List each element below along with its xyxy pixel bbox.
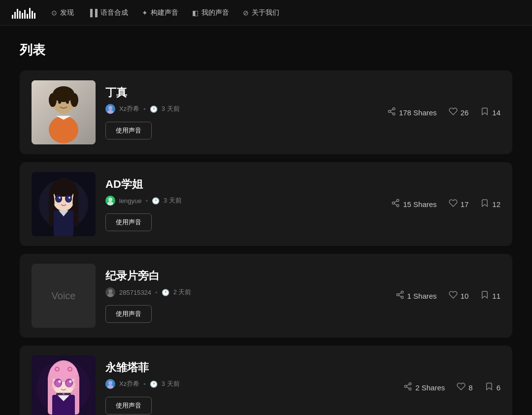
bookmark-icon-ad (480, 199, 489, 209)
share-icon-yonghui (403, 382, 412, 393)
nav-item-my-voice[interactable]: ◧ 我的声音 (192, 8, 229, 17)
shares-stat-ad: 15 Shares (391, 199, 436, 209)
author-name-yonghui: Xz乔希 (119, 380, 139, 388)
svg-point-59 (69, 380, 72, 383)
svg-point-29 (108, 198, 112, 202)
svg-point-65 (108, 381, 112, 385)
svg-point-11 (388, 110, 391, 113)
nav-item-voice-synthesis[interactable]: ▐▐ 语音合成 (88, 8, 128, 17)
logo[interactable] (12, 7, 35, 19)
card-stats-yonghui: 2 Shares 8 6 (403, 382, 500, 393)
use-voice-button-ad[interactable]: 使用声音 (105, 213, 152, 231)
shares-stat-documentary: 1 Shares (396, 290, 437, 301)
svg-point-36 (108, 289, 112, 293)
likes-count-dingzhen: 26 (461, 108, 469, 117)
heart-icon-dingzhen (449, 107, 458, 118)
likes-stat-dingzhen: 26 (449, 107, 469, 118)
card-dingzhen: 丁真 Xz乔希 • 🕐 3 天前 使用声音 178 S (20, 70, 512, 154)
likes-count-ad: 17 (461, 200, 469, 208)
card-name-dingzhen: 丁真 (105, 85, 377, 100)
separator4: • (143, 380, 146, 388)
svg-point-30 (107, 202, 113, 206)
nav-item-about-us[interactable]: ⊘ 关于我们 (243, 8, 279, 17)
svg-point-5 (49, 116, 78, 143)
bookmarks-count-dingzhen: 14 (492, 108, 500, 117)
page-content: 列表 (0, 26, 532, 415)
card-meta-dingzhen: Xz乔希 • 🕐 3 天前 (105, 104, 377, 114)
svg-point-6 (58, 101, 61, 104)
nav-menu: ⊙ 发现 ▐▐ 语音合成 ✦ 构建声音 ◧ 我的声音 ⊘ 关于我们 (51, 8, 279, 17)
clock-icon-yonghui: 🕐 (150, 380, 158, 388)
card-stats-ad: 15 Shares 17 12 (391, 199, 500, 209)
card-image-yonghui (32, 355, 96, 415)
card-meta-ad: lengyue • 🕐 3 天前 (105, 196, 381, 206)
card-name-ad: AD学姐 (105, 177, 381, 192)
svg-point-60 (51, 385, 57, 388)
voice-synthesis-icon: ▐▐ (88, 9, 98, 17)
bookmark-icon-dingzhen (480, 107, 489, 118)
share-icon-dingzhen (387, 107, 396, 118)
card-info-documentary: 纪录片旁白 285715324 • 🕐 2 天前 使用声音 (105, 269, 386, 323)
svg-line-13 (390, 112, 393, 113)
time-ad: 3 天前 (164, 196, 182, 205)
svg-point-68 (405, 385, 407, 388)
svg-line-14 (390, 109, 393, 111)
svg-point-37 (107, 293, 113, 297)
svg-point-31 (397, 200, 399, 202)
clock-icon-ad: 🕐 (152, 197, 160, 205)
author-avatar-yonghui (105, 379, 115, 389)
likes-stat-yonghui: 8 (457, 382, 472, 393)
share-icon-documentary (396, 290, 404, 301)
use-voice-button-dingzhen[interactable]: 使用声音 (105, 122, 152, 139)
discover-icon: ⊙ (51, 9, 57, 17)
author-name-dingzhen: Xz乔希 (119, 104, 139, 113)
svg-point-8 (108, 106, 112, 110)
card-info-ad: AD学姐 lengyue • 🕐 3 天前 使用声音 (105, 177, 381, 231)
nav-label-voice-synthesis: 语音合成 (100, 8, 128, 17)
about-us-icon: ⊘ (243, 9, 249, 17)
author-avatar-documentary (105, 287, 115, 297)
shares-stat-yonghui: 2 Shares (403, 382, 445, 393)
svg-line-42 (399, 293, 401, 294)
nav-label-build-voice: 构建声音 (151, 8, 178, 17)
author-avatar-dingzhen (105, 104, 115, 114)
author-name-ad: lengyue (119, 197, 142, 205)
svg-point-32 (392, 202, 395, 205)
my-voice-icon: ◧ (192, 9, 199, 17)
svg-point-26 (59, 197, 61, 199)
svg-line-70 (407, 387, 409, 388)
shares-count-ad: 15 Shares (403, 200, 436, 208)
svg-point-61 (70, 385, 76, 388)
heart-icon-documentary (449, 290, 458, 301)
bookmark-icon-documentary (480, 290, 489, 301)
svg-line-34 (395, 204, 397, 205)
separator2: • (146, 197, 148, 205)
navbar: ⊙ 发现 ▐▐ 语音合成 ✦ 构建声音 ◧ 我的声音 ⊘ 关于我们 (0, 0, 532, 26)
nav-item-discover[interactable]: ⊙ 发现 (51, 8, 74, 17)
bookmarks-stat-dingzhen: 14 (480, 107, 500, 118)
svg-point-4 (70, 93, 78, 107)
separator1: • (143, 105, 146, 113)
svg-point-53 (68, 368, 71, 371)
clock-icon-dingzhen: 🕐 (150, 105, 158, 113)
card-image-dingzhen (32, 80, 96, 144)
svg-point-38 (401, 291, 403, 294)
author-name-documentary: 285715324 (119, 289, 151, 296)
svg-line-41 (399, 295, 401, 297)
svg-point-7 (66, 101, 69, 104)
svg-point-39 (397, 294, 399, 296)
card-info-dingzhen: 丁真 Xz乔希 • 🕐 3 天前 使用声音 (105, 85, 377, 139)
nav-item-build-voice[interactable]: ✦ 构建声音 (142, 8, 178, 17)
use-voice-button-documentary[interactable]: 使用声音 (105, 305, 152, 323)
shares-count-documentary: 1 Shares (407, 292, 437, 300)
card-stats-dingzhen: 178 Shares 26 14 (387, 107, 500, 118)
card-name-yonghui: 永雏塔菲 (105, 360, 394, 375)
use-voice-button-yonghui[interactable]: 使用声音 (105, 397, 152, 415)
svg-line-35 (395, 201, 397, 203)
bookmarks-stat-documentary: 11 (480, 290, 500, 301)
separator3: • (155, 289, 158, 296)
time-yonghui: 3 天前 (162, 380, 180, 388)
likes-stat-ad: 17 (449, 199, 469, 209)
nav-label-my-voice: 我的声音 (201, 8, 229, 17)
bookmarks-stat-yonghui: 6 (485, 382, 500, 393)
